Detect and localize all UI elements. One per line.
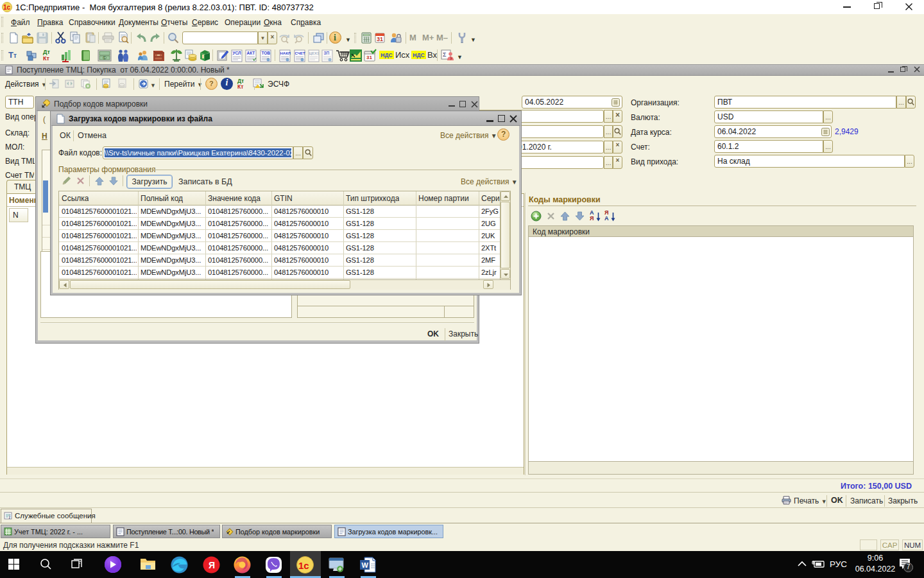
- svg-text:УСЛ: УСЛ: [233, 51, 242, 55]
- svg-text:31: 31: [366, 55, 372, 60]
- svg-text:1c: 1c: [3, 4, 11, 11]
- svg-text:Я: Я: [209, 560, 215, 570]
- svg-text:АКТ: АКТ: [247, 51, 255, 55]
- svg-text:1с: 1с: [298, 560, 309, 571]
- svg-text:ЗП: ЗП: [324, 51, 330, 55]
- svg-text:31: 31: [377, 36, 383, 42]
- svg-text:НАКЛ: НАКЛ: [280, 51, 291, 55]
- svg-text:W: W: [362, 561, 369, 569]
- svg-text:СЧЕТ: СЧЕТ: [295, 51, 305, 55]
- svg-text:$: $: [103, 56, 105, 60]
- svg-text:ЦЕХ1: ЦЕХ1: [309, 51, 320, 55]
- svg-text:ТОВ: ТОВ: [262, 51, 271, 55]
- svg-text:Σ: Σ: [443, 51, 447, 58]
